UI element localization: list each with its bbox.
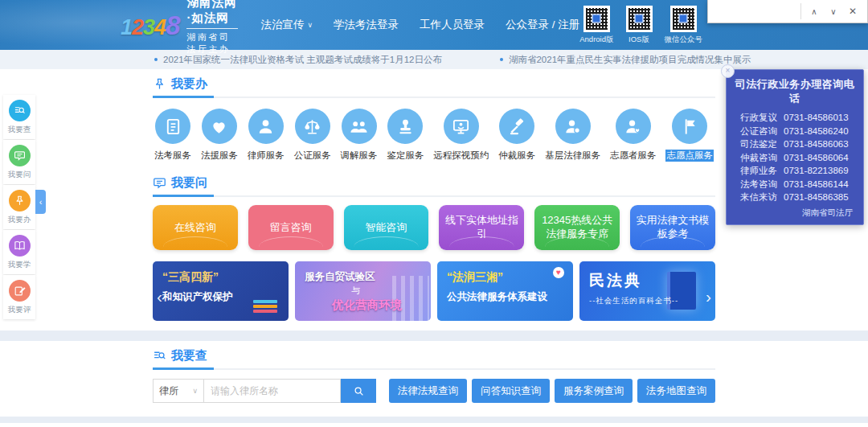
service-exam[interactable]: 法考服务 [154, 109, 191, 162]
logo-text: 湖南法网·如法网 湖南省司法厅主办 [186, 0, 238, 55]
service-volunteer[interactable]: 志愿者服务 [610, 109, 657, 162]
phone-number: 0731-84586240 [784, 125, 854, 138]
phone-panel-footer: 湖南省司法厅 [733, 207, 857, 219]
service-label: 仲裁服务 [498, 150, 535, 162]
pin-icon [9, 190, 31, 211]
edit-icon [9, 280, 31, 302]
main-content: 我要办 法考服务 法援服务 律师服务 公证服务 调解服务 [153, 69, 715, 331]
service-grassroots[interactable]: 基层法律服务 [545, 109, 600, 162]
banner-line: 优化营商环境 [332, 298, 421, 313]
dock-label: 我要评 [8, 305, 31, 315]
phone-row: 法考咨询 0731-84586144 [733, 178, 857, 191]
dock-item-woyaoxue[interactable]: 我要学 [3, 230, 35, 274]
banner-civil-code[interactable]: 民法典 --社会生活的百科全书-- [579, 261, 715, 321]
bullet-icon [500, 58, 503, 61]
section-title: 我要办 [171, 76, 207, 92]
phone-row: 司法鉴定 0731-84586063 [733, 138, 857, 151]
pin-icon [153, 77, 166, 91]
service-remote-visit[interactable]: 远程探视预约 [433, 109, 489, 162]
legal-doc-template-button[interactable]: 实用法律文书模板参考 [630, 205, 715, 250]
mediation-people-icon [342, 109, 377, 144]
dock-item-woyaoping[interactable]: 我要评 [3, 275, 35, 319]
find-close-button[interactable]: ✕ [843, 3, 862, 19]
service-volunteer-site[interactable]: 志愿点服务 [665, 109, 714, 162]
qr-ios: IOS版 [626, 6, 653, 45]
find-bar-controls: ∧ ∨ ✕ [800, 3, 862, 19]
offline-address-button[interactable]: 线下实体地址指引 [439, 205, 524, 250]
phone-label: 仲裁咨询 [735, 151, 777, 165]
logo-digit: 8 [166, 10, 179, 40]
online-consult-button[interactable]: 在线咨询 [153, 205, 238, 250]
nav-public-login-register[interactable]: 公众登录 / 注册 [506, 18, 579, 32]
service-lawyer[interactable]: 律师服务 [248, 109, 285, 162]
notice-link[interactable]: 湖南省2021年重点民生实事法律援助项目完成情况集中展示 [500, 54, 751, 66]
chevron-down-icon: ∨ [307, 21, 313, 29]
phone-number: 0731-84586063 [784, 138, 854, 151]
site-logo[interactable]: 12348 湖南法网·如法网 湖南省司法厅主办 [121, 0, 238, 55]
close-icon[interactable]: × [721, 64, 735, 78]
button-label: 12345热线公共法律服务专席 [539, 214, 615, 241]
ask-button-row: 在线咨询 留言咨询 智能咨询 线下实体地址指引 12345热线公共法律服务专席 … [153, 197, 715, 261]
notary-scales-icon [295, 109, 330, 144]
carousel-prev-icon[interactable]: ‹ [157, 288, 162, 305]
section-title: 我要问 [171, 175, 207, 191]
lawyer-person-icon [248, 109, 284, 144]
banner-free-trade-zone[interactable]: 服务自贸试验区 与 优化营商环境 [295, 261, 431, 321]
dock-label: 我要查 [8, 125, 31, 135]
phone-label: 行政复议 [735, 111, 777, 125]
phone-row: 来信来访 0731-84586385 [733, 191, 857, 204]
nav-label: 工作人员登录 [420, 18, 485, 32]
law-regulation-query-button[interactable]: 法律法规查询 [389, 379, 467, 403]
message-consult-button[interactable]: 留言咨询 [248, 205, 334, 250]
nav-study-exam-login[interactable]: 学法考法登录 [334, 18, 399, 32]
service-mediation[interactable]: 调解服务 [341, 109, 378, 162]
qr-code-wechat-icon [670, 6, 697, 32]
service-icon-row: 法考服务 法援服务 律师服务 公证服务 调解服务 鉴定服务 [153, 98, 715, 168]
find-next-button[interactable]: ∨ [824, 3, 843, 19]
banner-line: 和知识产权保护 [162, 290, 279, 304]
search-button[interactable] [341, 379, 376, 403]
phone-row: 公证咨询 0731-84586240 [733, 125, 857, 138]
service-notary[interactable]: 公证服务 [294, 109, 331, 162]
button-label: 在线咨询 [174, 221, 216, 235]
banner-sangao-sixin[interactable]: “三高四新” 和知识产权保护 [153, 261, 289, 321]
notice-link[interactable]: 2021年国家统一法律职业资格考试 主观题考试成绩将于1月12日公布 [154, 54, 442, 66]
query-section: 我要查 律所 ∨ 法律法规查询 问答知识查询 服务案例查询 法务地图查询 [153, 341, 715, 417]
phone-label: 律师业务 [735, 164, 777, 178]
volunteer-site-flag-icon [672, 109, 707, 144]
phone-consult-panel: × 司法行政业务办理咨询电话 行政复议 0731-84586013 公证咨询 0… [726, 69, 864, 225]
banner-farun-sanxiang[interactable]: “法润三湘” 公共法律服务体系建设 [437, 261, 573, 321]
notice-text: 2021年国家统一法律职业资格考试 主观题考试成绩将于1月12日公布 [163, 54, 442, 66]
nav-legal-publicity[interactable]: 法治宣传 ∨ [260, 18, 313, 32]
bullet-icon [154, 58, 158, 61]
service-label: 法援服务 [201, 150, 238, 162]
phone-number: 0731-84586385 [784, 191, 854, 204]
phone-row: 仲裁咨询 0731-84586064 [733, 151, 857, 165]
firm-search-input[interactable] [204, 379, 341, 403]
category-select[interactable]: 律所 ∨ [153, 379, 204, 403]
notice-text: 湖南省2021年重点民生实事法律援助项目完成情况集中展示 [509, 54, 751, 66]
banner-line: “三高四新” [162, 270, 279, 285]
hotline-12345-button[interactable]: 12345热线公共法律服务专席 [534, 205, 620, 250]
phone-number: 0731-84586144 [784, 178, 854, 191]
nav-staff-login[interactable]: 工作人员登录 [420, 18, 485, 32]
qa-knowledge-query-button[interactable]: 问答知识查询 [472, 379, 550, 403]
service-legal-aid[interactable]: 法援服务 [201, 109, 238, 162]
dock-item-woyaocha[interactable]: 我要查 [3, 95, 35, 139]
find-previous-button[interactable]: ∧ [805, 3, 824, 19]
service-label: 调解服务 [341, 150, 378, 162]
chat-icon [153, 176, 166, 190]
legal-map-query-button[interactable]: 法务地图查询 [637, 379, 715, 403]
browser-find-bar[interactable]: ∧ ∨ ✕ [707, 0, 868, 23]
service-arbitration[interactable]: 仲裁服务 [498, 109, 535, 162]
dock-collapse-button[interactable]: ‹ [35, 190, 46, 214]
dock-item-woyaowen[interactable]: 我要问 [3, 140, 35, 184]
service-case-query-button[interactable]: 服务案例查询 [555, 379, 633, 403]
chevron-down-icon: ∨ [192, 387, 198, 395]
remote-visit-monitor-icon [444, 109, 479, 144]
nav-label: 法治宣传 [260, 18, 304, 32]
smart-consult-button[interactable]: 智能咨询 [344, 205, 429, 250]
carousel-next-icon[interactable]: › [706, 288, 711, 305]
service-appraisal[interactable]: 鉴定服务 [387, 109, 424, 162]
dock-item-woyaoban[interactable]: 我要办 [3, 185, 35, 229]
